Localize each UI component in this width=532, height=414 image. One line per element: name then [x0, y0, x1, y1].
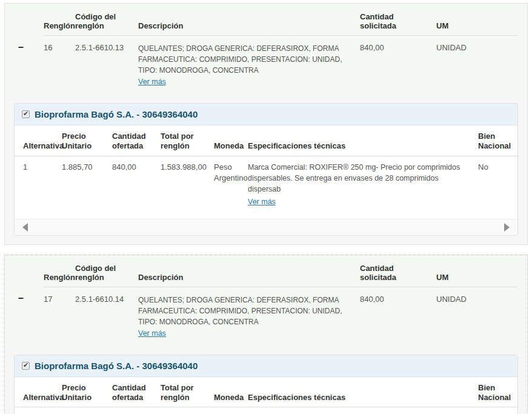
- offers-page: Renglón Código del renglón Descripción C…: [0, 0, 532, 414]
- renglon-description-text: QUELANTES; DROGA GENERICA: DEFERASIROX, …: [138, 295, 354, 327]
- column-header-bien-nacional: Bien Nacional: [478, 377, 517, 407]
- column-header-cantidad-ofertada: Cantidad ofertada: [112, 377, 161, 407]
- renglon-header-row: Renglón Código del renglón Descripción C…: [15, 7, 517, 36]
- column-header-precio-unitario: Precio Unitario: [62, 125, 112, 156]
- renglon-number-cell: 17: [44, 287, 75, 346]
- total-por-renglon-cell: 2.513.994,00: [161, 407, 214, 414]
- precio-unitario-cell: 2.992,85: [62, 407, 112, 414]
- moneda-cell: Peso Argentino: [214, 156, 248, 219]
- column-header-moneda: Moneda: [214, 125, 248, 156]
- column-header-moneda: Moneda: [214, 377, 248, 407]
- column-header-renglon: Renglón: [44, 7, 75, 36]
- column-header-descripcion: Descripción: [138, 259, 360, 287]
- column-header-alternativa: Alternativa: [15, 125, 62, 156]
- precio-unitario-cell: 1.885,70: [62, 156, 112, 219]
- column-header-codigo: Código del renglón: [75, 7, 138, 36]
- alternativa-cell: 1: [15, 407, 62, 414]
- horizontal-scrollbar: [15, 219, 517, 235]
- renglon-table: Renglón Código del renglón Descripción C…: [15, 259, 517, 346]
- column-header-especificaciones: Especificaciones técnicas: [248, 125, 478, 156]
- supplier-name: Bioprofarma Bagó S.A. - 30649364040: [35, 109, 198, 119]
- um-cell: UNIDAD: [436, 287, 517, 346]
- cantidad-solicitada-cell: 840,00: [360, 36, 436, 95]
- offers-section: Bioprofarma Bagó S.A. - 30649364040 Alte…: [5, 350, 527, 414]
- renglon-table: Renglón Código del renglón Descripción C…: [15, 7, 517, 95]
- renglon-description-text: QUELANTES; DROGA GENERICA: DEFERASIROX, …: [138, 43, 354, 76]
- especificaciones-cell: Marca Comercial ROXIFER® 500 mg - Precio…: [248, 407, 478, 414]
- column-header-toggle: [15, 259, 44, 287]
- renglon-description-cell: QUELANTES; DROGA GENERICA: DEFERASIROX, …: [138, 287, 360, 346]
- offer-row: 1 1.885,70 840,00 1.583.988,00 Peso Arge…: [15, 156, 517, 219]
- offer-header-row: Alternativa Precio Unitario Cantidad ofe…: [15, 125, 517, 156]
- cantidad-ofertada-cell: 840,00: [112, 407, 161, 414]
- especificaciones-text: Marca Comercial: ROXIFER® 250 mg- Precio…: [248, 162, 471, 195]
- supplier-panel-header: Bioprofarma Bagó S.A. - 30649364040: [15, 104, 517, 125]
- cantidad-solicitada-cell: 840,00: [360, 287, 436, 346]
- column-header-total-por-renglon: Total por renglón: [161, 125, 214, 156]
- supplier-panel-header: Bioprofarma Bagó S.A. - 30649364040: [15, 355, 517, 377]
- supplier-name: Bioprofarma Bagó S.A. - 30649364040: [35, 361, 198, 371]
- total-por-renglon-cell: 1.583.988,00: [161, 156, 214, 219]
- supplier-offer-panel: Bioprofarma Bagó S.A. - 30649364040 Alte…: [14, 103, 518, 236]
- bien-nacional-cell: No: [478, 156, 517, 219]
- um-cell: UNIDAD: [436, 36, 517, 95]
- offer-row: 1 2.992,85 840,00 2.513.994,00 Peso Arge…: [15, 407, 517, 414]
- supplier-checkbox-checked[interactable]: [22, 362, 30, 370]
- renglon-description-cell: QUELANTES; DROGA GENERICA: DEFERASIROX, …: [138, 36, 360, 95]
- column-header-cantidad-solicitada: Cantidad solicitada: [360, 7, 436, 36]
- column-header-total-por-renglon: Total por renglón: [161, 377, 214, 407]
- alternativa-cell: 1: [15, 156, 62, 219]
- toggle-cell: –: [15, 287, 44, 346]
- offer-table: Alternativa Precio Unitario Cantidad ofe…: [15, 125, 517, 219]
- scroll-left-arrow-icon[interactable]: [22, 223, 28, 232]
- renglon-code-cell: 2.5.1-6610.14: [75, 287, 138, 346]
- ver-mas-link[interactable]: Ver más: [138, 78, 166, 86]
- column-header-cantidad-ofertada: Cantidad ofertada: [112, 125, 161, 156]
- column-header-descripcion: Descripción: [138, 7, 360, 36]
- column-header-um: UM: [436, 259, 517, 287]
- renglon-code-cell: 2.5.1-6610.13: [75, 36, 138, 95]
- cantidad-ofertada-cell: 840,00: [112, 156, 161, 219]
- especificaciones-cell: Marca Comercial: ROXIFER® 250 mg- Precio…: [248, 156, 478, 219]
- toggle-cell: –: [15, 36, 44, 95]
- column-header-um: UM: [436, 7, 517, 36]
- offers-section: Bioprofarma Bagó S.A. - 30649364040 Alte…: [5, 98, 527, 244]
- renglon-header-row: Renglón Código del renglón Descripción C…: [15, 259, 517, 287]
- offer-table: Alternativa Precio Unitario Cantidad ofe…: [15, 377, 517, 414]
- renglon-summary-section: Renglón Código del renglón Descripción C…: [5, 255, 527, 350]
- renglon-group: Renglón Código del renglón Descripción C…: [4, 255, 528, 414]
- offer-header-row: Alternativa Precio Unitario Cantidad ofe…: [15, 377, 517, 407]
- column-header-cantidad-solicitada: Cantidad solicitada: [360, 259, 436, 287]
- column-header-especificaciones: Especificaciones técnicas: [248, 377, 478, 407]
- renglon-row: – 17 2.5.1-6610.14 QUELANTES; DROGA GENE…: [15, 287, 517, 346]
- scroll-right-arrow-icon[interactable]: [504, 223, 510, 232]
- column-header-codigo: Código del renglón: [75, 259, 138, 287]
- column-header-bien-nacional: Bien Nacional: [478, 125, 517, 156]
- ver-mas-link[interactable]: Ver más: [248, 196, 276, 207]
- renglon-group: Renglón Código del renglón Descripción C…: [4, 3, 528, 245]
- bien-nacional-cell: No: [478, 407, 517, 414]
- renglon-row: – 16 2.5.1-6610.13 QUELANTES; DROGA GENE…: [15, 36, 517, 95]
- column-header-toggle: [15, 7, 44, 36]
- column-header-alternativa: Alternativa: [15, 377, 62, 407]
- column-header-renglon: Renglón: [44, 259, 75, 287]
- renglon-number-cell: 16: [44, 36, 75, 95]
- ver-mas-link[interactable]: Ver más: [138, 329, 166, 338]
- moneda-cell: Peso Argentino: [214, 407, 248, 414]
- supplier-checkbox-checked[interactable]: [22, 110, 30, 118]
- supplier-offer-panel: Bioprofarma Bagó S.A. - 30649364040 Alte…: [14, 355, 518, 414]
- column-header-precio-unitario: Precio Unitario: [62, 377, 112, 407]
- collapse-toggle-button[interactable]: –: [18, 295, 24, 301]
- renglon-summary-section: Renglón Código del renglón Descripción C…: [5, 4, 527, 98]
- collapse-toggle-button[interactable]: –: [18, 44, 24, 50]
